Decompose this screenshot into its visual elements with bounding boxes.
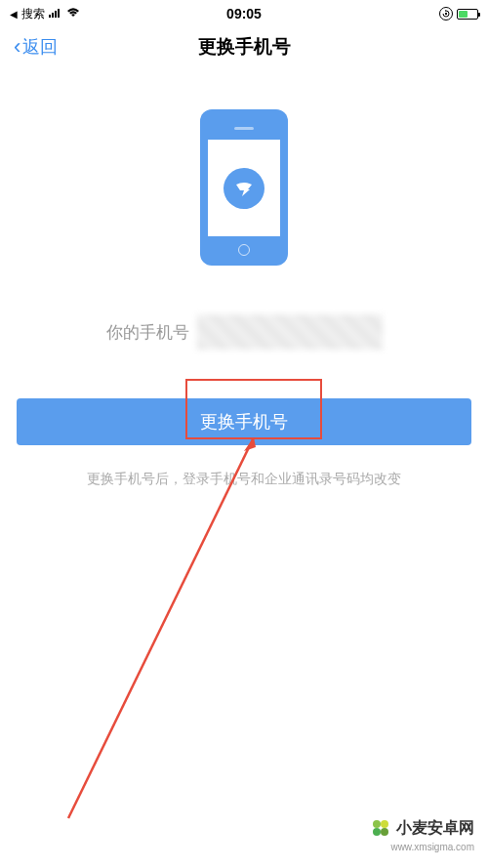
annotation-arrow xyxy=(59,437,273,828)
battery-icon xyxy=(457,9,478,20)
back-button[interactable]: ‹ 返回 xyxy=(14,34,58,60)
phone-screen xyxy=(208,140,280,236)
svg-point-9 xyxy=(373,828,381,836)
chevron-left-icon: ‹ xyxy=(14,34,20,60)
svg-rect-2 xyxy=(55,11,57,18)
content-area: 你的手机号 更换手机号 更换手机号后，登录手机号和企业通讯录号码均改变 xyxy=(0,70,488,488)
svg-rect-4 xyxy=(445,13,447,15)
status-bar: ◀ 搜索 09:05 xyxy=(0,0,488,23)
svg-point-8 xyxy=(381,820,388,828)
dingtalk-logo-icon xyxy=(224,168,264,209)
status-time: 09:05 xyxy=(226,6,262,21)
svg-rect-3 xyxy=(58,9,60,18)
rotation-lock-icon xyxy=(439,7,453,21)
phone-speaker-icon xyxy=(234,127,254,130)
status-left: ◀ 搜索 xyxy=(10,6,80,22)
svg-point-10 xyxy=(381,828,388,836)
page-title: 更换手机号 xyxy=(198,34,291,60)
watermark-name: 小麦安卓网 xyxy=(396,818,474,839)
phone-number-row: 你的手机号 xyxy=(106,314,383,350)
phone-number-label: 你的手机号 xyxy=(106,321,189,344)
wifi-icon xyxy=(66,7,80,21)
svg-rect-1 xyxy=(52,13,54,18)
svg-point-7 xyxy=(373,820,381,828)
phone-illustration xyxy=(200,109,288,266)
back-label: 返回 xyxy=(22,35,58,59)
watermark-url: www.xmsigma.com xyxy=(390,842,474,852)
back-to-app-icon: ◀ xyxy=(10,9,18,20)
signal-icon xyxy=(49,7,62,21)
phone-home-icon xyxy=(238,244,250,256)
back-to-app-label: 搜索 xyxy=(21,6,45,22)
hint-text: 更换手机号后，登录手机号和企业通讯录号码均改变 xyxy=(87,471,401,488)
phone-number-redacted xyxy=(197,314,383,350)
watermark-logo-icon xyxy=(369,816,392,840)
status-right xyxy=(439,7,478,21)
watermark: 小麦安卓网 www.xmsigma.com xyxy=(369,816,474,852)
change-phone-button[interactable]: 更换手机号 xyxy=(17,398,471,445)
navigation-bar: ‹ 返回 更换手机号 xyxy=(0,23,488,70)
change-button-label: 更换手机号 xyxy=(200,410,288,434)
svg-line-5 xyxy=(68,437,254,818)
svg-rect-0 xyxy=(49,15,51,18)
